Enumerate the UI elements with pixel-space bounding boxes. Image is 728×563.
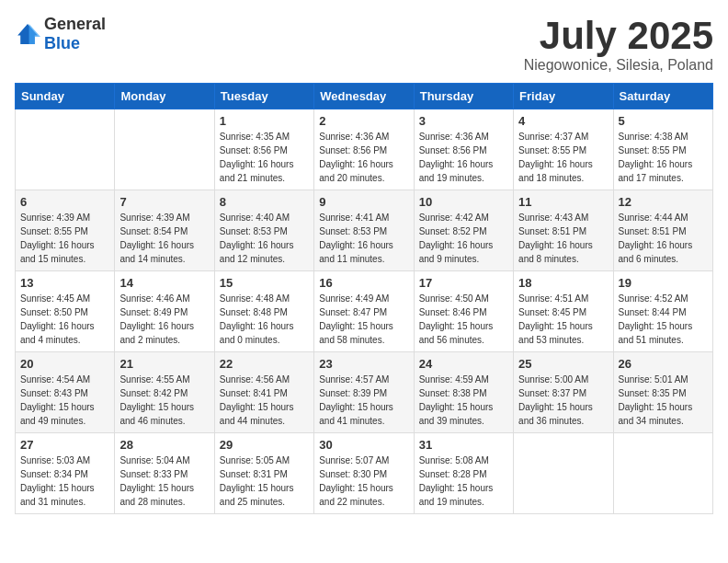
day-number: 9 <box>319 195 408 209</box>
calendar-cell: 2Sunrise: 4:36 AMSunset: 8:56 PMDaylight… <box>314 109 414 190</box>
day-info: Sunrise: 4:44 AMSunset: 8:51 PMDaylight:… <box>619 211 708 266</box>
calendar-cell: 11Sunrise: 4:43 AMSunset: 8:51 PMDayligh… <box>514 190 613 271</box>
day-of-week-header: Thursday <box>414 84 513 109</box>
day-of-week-header: Wednesday <box>314 84 414 109</box>
calendar-cell: 8Sunrise: 4:40 AMSunset: 8:53 PMDaylight… <box>214 190 313 271</box>
day-number: 10 <box>419 195 508 209</box>
day-info: Sunrise: 4:55 AMSunset: 8:42 PMDaylight:… <box>119 373 209 428</box>
day-info: Sunrise: 4:51 AMSunset: 8:45 PMDaylight:… <box>518 292 608 347</box>
day-number: 1 <box>220 114 309 128</box>
day-number: 18 <box>518 276 608 290</box>
calendar-cell: 31Sunrise: 5:08 AMSunset: 8:28 PMDayligh… <box>414 433 513 514</box>
day-of-week-header: Tuesday <box>214 84 313 109</box>
calendar-cell: 22Sunrise: 4:56 AMSunset: 8:41 PMDayligh… <box>214 352 313 433</box>
logo: General Blue <box>15 15 106 53</box>
day-info: Sunrise: 4:36 AMSunset: 8:56 PMDaylight:… <box>419 130 508 185</box>
calendar-week-row: 6Sunrise: 4:39 AMSunset: 8:55 PMDaylight… <box>16 190 713 271</box>
calendar-cell: 17Sunrise: 4:50 AMSunset: 8:46 PMDayligh… <box>414 271 513 352</box>
calendar-cell: 25Sunrise: 5:00 AMSunset: 8:37 PMDayligh… <box>514 352 613 433</box>
day-number: 28 <box>119 438 209 452</box>
calendar-cell: 5Sunrise: 4:38 AMSunset: 8:55 PMDaylight… <box>613 109 712 190</box>
page-header: General Blue July 2025 Niegowonice, Sile… <box>15 15 713 74</box>
calendar-cell: 15Sunrise: 4:48 AMSunset: 8:48 PMDayligh… <box>214 271 313 352</box>
calendar-cell: 7Sunrise: 4:39 AMSunset: 8:54 PMDaylight… <box>115 190 214 271</box>
calendar-header-row: SundayMondayTuesdayWednesdayThursdayFrid… <box>16 84 713 109</box>
day-info: Sunrise: 4:49 AMSunset: 8:47 PMDaylight:… <box>319 292 408 347</box>
day-info: Sunrise: 4:41 AMSunset: 8:53 PMDaylight:… <box>319 211 408 266</box>
calendar-cell: 14Sunrise: 4:46 AMSunset: 8:49 PMDayligh… <box>115 271 214 352</box>
calendar-week-row: 13Sunrise: 4:45 AMSunset: 8:50 PMDayligh… <box>16 271 713 352</box>
day-number: 22 <box>220 357 309 371</box>
day-number: 14 <box>119 276 209 290</box>
calendar-cell: 3Sunrise: 4:36 AMSunset: 8:56 PMDaylight… <box>414 109 513 190</box>
calendar-cell: 20Sunrise: 4:54 AMSunset: 8:43 PMDayligh… <box>16 352 115 433</box>
day-number: 27 <box>20 438 109 452</box>
day-number: 29 <box>220 438 309 452</box>
day-info: Sunrise: 4:36 AMSunset: 8:56 PMDaylight:… <box>319 130 408 185</box>
day-number: 16 <box>319 276 408 290</box>
calendar-cell: 23Sunrise: 4:57 AMSunset: 8:39 PMDayligh… <box>314 352 414 433</box>
day-info: Sunrise: 4:37 AMSunset: 8:55 PMDaylight:… <box>518 130 608 185</box>
day-number: 30 <box>319 438 408 452</box>
day-number: 5 <box>619 114 708 128</box>
day-info: Sunrise: 4:56 AMSunset: 8:41 PMDaylight:… <box>220 373 309 428</box>
day-of-week-header: Monday <box>115 84 214 109</box>
day-info: Sunrise: 5:00 AMSunset: 8:37 PMDaylight:… <box>518 373 608 428</box>
day-of-week-header: Friday <box>514 84 613 109</box>
day-number: 3 <box>419 114 508 128</box>
day-number: 6 <box>20 195 109 209</box>
day-number: 15 <box>220 276 309 290</box>
location-title: Niegowonice, Silesia, Poland <box>524 57 713 74</box>
calendar-cell: 1Sunrise: 4:35 AMSunset: 8:56 PMDaylight… <box>214 109 313 190</box>
day-info: Sunrise: 4:52 AMSunset: 8:44 PMDaylight:… <box>619 292 708 347</box>
day-info: Sunrise: 5:03 AMSunset: 8:34 PMDaylight:… <box>20 454 109 509</box>
calendar-cell: 16Sunrise: 4:49 AMSunset: 8:47 PMDayligh… <box>314 271 414 352</box>
calendar-cell: 4Sunrise: 4:37 AMSunset: 8:55 PMDaylight… <box>514 109 613 190</box>
logo-text-general: General <box>44 15 106 33</box>
calendar-cell: 21Sunrise: 4:55 AMSunset: 8:42 PMDayligh… <box>115 352 214 433</box>
day-number: 25 <box>518 357 608 371</box>
calendar-cell: 12Sunrise: 4:44 AMSunset: 8:51 PMDayligh… <box>613 190 712 271</box>
day-info: Sunrise: 5:08 AMSunset: 8:28 PMDaylight:… <box>419 454 508 509</box>
day-number: 12 <box>619 195 708 209</box>
day-info: Sunrise: 4:39 AMSunset: 8:54 PMDaylight:… <box>119 211 209 266</box>
calendar-cell: 27Sunrise: 5:03 AMSunset: 8:34 PMDayligh… <box>16 433 115 514</box>
day-info: Sunrise: 4:50 AMSunset: 8:46 PMDaylight:… <box>419 292 508 347</box>
day-info: Sunrise: 5:04 AMSunset: 8:33 PMDaylight:… <box>119 454 209 509</box>
day-info: Sunrise: 5:01 AMSunset: 8:35 PMDaylight:… <box>619 373 708 428</box>
day-of-week-header: Saturday <box>613 84 712 109</box>
day-number: 26 <box>619 357 708 371</box>
day-info: Sunrise: 4:54 AMSunset: 8:43 PMDaylight:… <box>20 373 109 428</box>
day-number: 8 <box>220 195 309 209</box>
day-info: Sunrise: 5:07 AMSunset: 8:30 PMDaylight:… <box>319 454 408 509</box>
calendar-cell: 30Sunrise: 5:07 AMSunset: 8:30 PMDayligh… <box>314 433 414 514</box>
day-info: Sunrise: 4:35 AMSunset: 8:56 PMDaylight:… <box>220 130 309 185</box>
logo-text-blue: Blue <box>44 34 80 52</box>
day-info: Sunrise: 5:05 AMSunset: 8:31 PMDaylight:… <box>220 454 309 509</box>
day-info: Sunrise: 4:42 AMSunset: 8:52 PMDaylight:… <box>419 211 508 266</box>
day-info: Sunrise: 4:46 AMSunset: 8:49 PMDaylight:… <box>119 292 209 347</box>
calendar-table: SundayMondayTuesdayWednesdayThursdayFrid… <box>15 83 713 514</box>
calendar-cell: 9Sunrise: 4:41 AMSunset: 8:53 PMDaylight… <box>314 190 414 271</box>
calendar-cell: 10Sunrise: 4:42 AMSunset: 8:52 PMDayligh… <box>414 190 513 271</box>
calendar-week-row: 27Sunrise: 5:03 AMSunset: 8:34 PMDayligh… <box>16 433 713 514</box>
calendar-cell <box>613 433 712 514</box>
day-info: Sunrise: 4:45 AMSunset: 8:50 PMDaylight:… <box>20 292 109 347</box>
day-info: Sunrise: 4:43 AMSunset: 8:51 PMDaylight:… <box>518 211 608 266</box>
day-number: 4 <box>518 114 608 128</box>
svg-marker-1 <box>29 24 40 44</box>
calendar-cell: 28Sunrise: 5:04 AMSunset: 8:33 PMDayligh… <box>115 433 214 514</box>
title-block: July 2025 Niegowonice, Silesia, Poland <box>524 15 713 74</box>
day-number: 20 <box>20 357 109 371</box>
day-number: 17 <box>419 276 508 290</box>
logo-icon <box>15 21 40 47</box>
day-number: 11 <box>518 195 608 209</box>
day-number: 13 <box>20 276 109 290</box>
day-info: Sunrise: 4:40 AMSunset: 8:53 PMDaylight:… <box>220 211 309 266</box>
day-number: 2 <box>319 114 408 128</box>
calendar-cell: 26Sunrise: 5:01 AMSunset: 8:35 PMDayligh… <box>613 352 712 433</box>
day-info: Sunrise: 4:57 AMSunset: 8:39 PMDaylight:… <box>319 373 408 428</box>
month-title: July 2025 <box>524 15 713 57</box>
day-number: 7 <box>119 195 209 209</box>
calendar-cell: 19Sunrise: 4:52 AMSunset: 8:44 PMDayligh… <box>613 271 712 352</box>
